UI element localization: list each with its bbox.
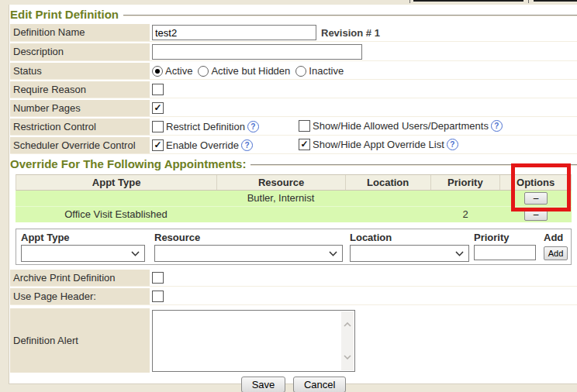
help-icon[interactable]: ? [247,121,259,132]
override-table-header: Appt Type Resource Location Priority Opt… [16,174,572,191]
definition-name-input[interactable] [152,25,316,40]
restrict-definition-checkbox[interactable] [152,121,164,132]
add-override-button[interactable]: Add [544,246,568,260]
status-option-label: Inactive [309,65,344,77]
edit-print-definition-page: { "header": { "title": "Edit Print Defin… [0,0,577,392]
chevron-down-icon [329,251,337,256]
help-icon[interactable]: ? [491,120,503,132]
truncated-link[interactable] [534,0,577,2]
restrict-definition-label: Restrict Definition [166,121,245,132]
edit-print-definition-panel: Edit Print Definition Definition Name Re… [9,5,577,384]
location-cell [345,191,430,206]
action-buttons-row: Save Cancel [10,377,577,392]
status-label: Status [10,63,150,79]
override-row: Butler, Internist – [16,191,572,206]
resource-select[interactable] [154,245,343,262]
definition-alert-label: Definition Alert [10,308,150,373]
override-table: Appt Type Resource Location Priority Opt… [16,174,572,222]
override-section-title-row: Override For The Following Appointments: [10,157,577,170]
status-radio-active[interactable] [152,66,163,77]
scroll-up-icon[interactable] [344,322,351,327]
require-reason-checkbox[interactable] [152,84,164,95]
show-hide-appt-override-checkbox[interactable]: ✓ [299,139,310,150]
add-override-header: Appt Type Resource Location Priority Add [19,232,568,243]
priority-cell: 2 [430,207,500,222]
status-option-label: Active but Hidden [211,65,290,77]
options-cell: – [500,191,572,206]
definition-alert-row: Definition Alert [10,308,577,373]
column-header-priority: Priority [430,175,500,190]
restriction-control-label: Restriction Control [10,119,150,135]
scrollbar[interactable] [341,311,354,370]
archive-print-definition-checkbox[interactable] [152,272,164,284]
scheduler-override-row: Scheduler Override Control ✓ Enable Over… [10,137,577,154]
archive-print-definition-label: Archive Print Definition [10,270,150,286]
number-pages-label: Number Pages [10,100,150,116]
column-header-resource: Resource [216,175,345,190]
remove-override-button[interactable]: – [524,192,548,205]
require-reason-label: Require Reason [10,81,150,98]
help-icon[interactable]: ? [241,139,253,151]
save-button[interactable]: Save [241,377,286,392]
use-page-header-checkbox[interactable] [152,291,164,302]
restriction-control-row: Restriction Control Restrict Definition … [10,119,577,136]
require-reason-row: Require Reason [10,81,577,98]
resource-cell [216,207,345,222]
location-select[interactable] [350,245,469,262]
scheduler-override-label: Scheduler Override Control [10,137,150,153]
add-override-box: Appt Type Resource Location Priority Add [16,229,572,265]
truncated-link[interactable] [413,0,523,2]
description-input[interactable] [152,44,362,60]
use-page-header-row: Use Page Header: [10,288,577,305]
divider [250,164,577,166]
status-row: Status Active Active but Hidden Inactive [10,63,577,80]
priority-cell [430,191,500,206]
column-header-location: Location [345,175,430,190]
add-header-add: Add [544,232,568,243]
location-cell [345,207,430,222]
add-override-controls: Add [19,245,568,262]
use-page-header-label: Use Page Header: [10,288,150,304]
definition-name-label: Definition Name [10,24,150,41]
override-section-title: Override For The Following Appointments: [10,157,246,170]
archive-print-definition-row: Archive Print Definition [10,270,577,287]
override-row: Office Visit Established 2 – [16,206,572,222]
number-pages-checkbox[interactable]: ✓ [152,102,164,114]
definition-name-row: Definition Name Revision # 1 [10,24,577,42]
priority-input[interactable] [474,245,536,260]
appt-type-cell: Office Visit Established [16,207,216,222]
show-hide-users-label: Show/Hide Allowed Users/Departments [313,120,489,132]
revision-label: Revision # 1 [321,27,380,39]
column-header-options: Options [499,175,571,190]
link-separator [528,0,529,3]
show-hide-appt-override-label: Show/Hide Appt Override List [313,139,444,150]
add-header-priority: Priority [472,232,544,243]
appt-type-cell [16,191,216,206]
cancel-button[interactable]: Cancel [293,377,346,392]
enable-override-label: Enable Override [166,139,239,151]
page-title-row: Edit Print Definition [10,8,577,21]
page-title: Edit Print Definition [10,8,119,21]
remove-override-button[interactable]: – [524,208,548,221]
description-label: Description [10,43,150,60]
options-cell: – [500,207,572,222]
add-header-appt-type: Appt Type [19,232,153,243]
resource-cell: Butler, Internist [216,191,345,206]
help-icon[interactable]: ? [447,139,458,150]
scroll-down-icon[interactable] [344,355,351,359]
status-radio-inactive[interactable] [295,66,306,77]
appt-type-select[interactable] [21,245,145,262]
number-pages-row: Number Pages ✓ [10,100,577,117]
description-row: Description [10,43,577,61]
add-header-resource: Resource [153,232,348,243]
link-separator [409,0,410,3]
enable-override-checkbox[interactable]: ✓ [152,139,164,151]
definition-alert-textarea[interactable] [152,310,355,372]
divider [123,15,577,16]
status-option-label: Active [165,65,192,77]
column-header-appt-type: Appt Type [16,175,216,190]
status-radio-active-but-hidden[interactable] [198,66,209,77]
chevron-down-icon [131,251,140,256]
show-hide-users-checkbox[interactable] [299,120,310,132]
chevron-down-icon [455,251,464,256]
